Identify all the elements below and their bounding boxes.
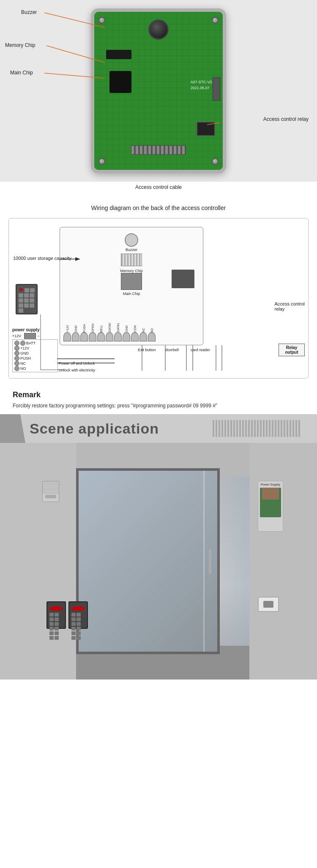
corridor-lines xyxy=(220,477,249,646)
keypad-2 xyxy=(16,284,38,314)
pcb-screw-br xyxy=(212,158,219,165)
wiring-memory-label: Memory Chip xyxy=(120,269,143,273)
exit-icon xyxy=(263,601,273,608)
psu-board-detail xyxy=(262,488,279,500)
remark-title: Remark xyxy=(13,390,304,399)
intercom-button xyxy=(45,495,57,498)
scene-intercom xyxy=(42,481,59,502)
kp2-led xyxy=(71,606,85,611)
scene-image: Power Supply xyxy=(0,443,317,680)
scene-door-glass xyxy=(79,471,217,652)
scene-keypad-2 xyxy=(68,601,88,629)
power-off-label: Power off and Unlock xyxy=(59,361,95,366)
scene-psu: Power Supply xyxy=(258,481,283,532)
psu-voltage-block xyxy=(24,333,36,339)
card-reader-label: card reader xyxy=(191,348,210,352)
terminal-com: COM xyxy=(131,325,139,341)
wiring-mainchip-label: Main Chip xyxy=(123,292,140,296)
psu-12v-t xyxy=(14,346,19,351)
pcb-main-chip-component xyxy=(109,71,131,93)
scene-psu-label: Power Supply xyxy=(258,481,283,486)
pcb-board-label: A07-STC-V2.1 2021.05.07 xyxy=(190,79,215,91)
psu-row-gnd: GND xyxy=(14,351,56,356)
scene-exit-button xyxy=(258,597,279,612)
psu-row-nc: NC xyxy=(14,361,56,366)
psu-voltage-labels: +12V − xyxy=(12,333,58,339)
pcb-section: A07-STC-V2.1 2021.05.07 Buzzer Memory Ch… xyxy=(0,0,317,182)
relay-output-box: Relay output xyxy=(279,344,305,356)
psu-batt-t1 xyxy=(14,341,19,346)
user-storage-label: 10000 user storage capacity xyxy=(13,256,71,261)
pcb-buzzer-component xyxy=(148,19,169,40)
controller-box: +12V GND PUSH OPEN BELL xyxy=(60,227,203,345)
wiring-mainchip-area xyxy=(121,273,142,290)
scene-header: Scene application xyxy=(0,414,317,443)
terminal-12v: +12V xyxy=(63,324,71,341)
scene-door-frame xyxy=(76,468,220,654)
exit-button-label: Exit button xyxy=(138,348,156,352)
psu-nc-t xyxy=(14,361,19,366)
terminal-row: +12V GND PUSH OPEN BELL xyxy=(63,322,199,341)
wiring-memory-chip xyxy=(121,254,142,266)
pcb-mainchip-label: Main Chip xyxy=(10,70,33,76)
terminal-push: PUSH xyxy=(80,323,88,341)
psu-row-12v: +12V xyxy=(14,346,56,351)
psu-title: power supply xyxy=(12,328,58,332)
scene-keypad-1 xyxy=(46,601,66,629)
psu-terminal-box: BATT +12V GND PUSH NC xyxy=(12,339,58,372)
wiring-mainchip-block xyxy=(121,273,142,290)
pcb-screw-tr xyxy=(212,17,219,24)
remark-text: Forcibly restore factory programming set… xyxy=(13,402,304,410)
scene-psu-board xyxy=(260,488,281,517)
pcb-right-connector xyxy=(213,77,220,101)
pcb-screw-bl xyxy=(98,158,105,165)
unlock-elec-label: Unlock with electricity xyxy=(59,368,95,372)
access-control-relay-label: Access controlrelay xyxy=(274,301,305,311)
terminal-data1: DATA1 xyxy=(114,322,122,341)
scene-header-decoration xyxy=(213,420,300,437)
psu-no-t xyxy=(14,366,19,371)
right-wall: Power Supply xyxy=(249,443,317,680)
left-wall xyxy=(0,443,76,680)
scene-title: Scene application xyxy=(30,420,159,437)
wiring-title: Wiring diagram on the back of the access… xyxy=(8,205,309,211)
pcb-bottom-connector xyxy=(131,145,186,155)
pcb-board: A07-STC-V2.1 2021.05.07 xyxy=(91,8,226,173)
relay-output-section: Relay output xyxy=(279,344,305,356)
scene-door-handle xyxy=(209,549,211,574)
pcb-memory-label: Memory Chip xyxy=(5,42,35,48)
terminal-gnd2: GND xyxy=(123,325,130,341)
psu-push-t xyxy=(14,356,19,361)
terminal-bell: BELL xyxy=(97,324,105,341)
pcb-relay-label: Access control relay xyxy=(263,116,309,122)
remark-section: Remark Forcibly restore factory programm… xyxy=(0,383,317,414)
terminal-no: NO xyxy=(148,327,156,342)
scene-background: Power Supply xyxy=(0,443,317,680)
kp1-led xyxy=(49,606,63,611)
door-bar xyxy=(203,471,205,652)
wiring-section: Wiring diagram on the back of the access… xyxy=(0,196,317,383)
scene-corridor xyxy=(220,477,249,646)
scene-kp2-inner xyxy=(69,602,87,628)
psu-batt-t2 xyxy=(20,341,25,346)
scene-intercom-grill xyxy=(43,481,59,494)
psu-row-batt: BATT xyxy=(14,341,56,346)
scene-kp1-inner xyxy=(47,602,65,628)
wiring-relay-box xyxy=(172,270,194,288)
wiring-diagram: +12V GND PUSH OPEN BELL xyxy=(8,218,309,379)
pcb-relay-component xyxy=(197,122,215,136)
wiring-buzzer xyxy=(125,233,138,247)
psu-row-push: PUSH xyxy=(14,356,56,361)
psu-section: power supply +12V − BATT +12V GND xyxy=(12,328,58,372)
psu-gnd-t xyxy=(14,351,19,356)
access-control-cable-label: Access control cable xyxy=(0,182,317,196)
wiring-buzzer-label: Buzzer xyxy=(126,248,137,252)
pcb-buzzer-label: Buzzer xyxy=(21,9,37,15)
psu-row-no: NO xyxy=(14,366,56,371)
pcb-screw-tl xyxy=(98,17,105,24)
terminal-open: OPEN xyxy=(89,323,96,341)
pcb-memory-chip-component xyxy=(106,50,131,59)
doorbell-label: doorbell xyxy=(165,348,179,352)
terminal-gnd1: GND xyxy=(72,325,79,341)
terminal-nc: NC xyxy=(139,327,147,341)
